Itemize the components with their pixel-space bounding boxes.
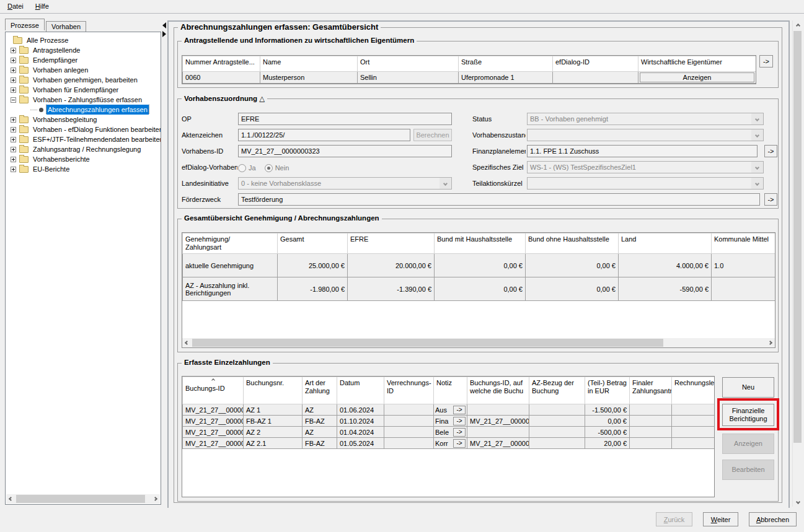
- cell-finaler: [630, 416, 672, 427]
- overview-row-auszahlung[interactable]: AZ - Auszahlung inkl. Berichtigungen -1.…: [183, 277, 775, 301]
- menu-item-datei[interactable]: Datei: [2, 0, 29, 12]
- col-header-sortable[interactable]: Datum: [337, 377, 384, 404]
- expand-plus-icon[interactable]: [11, 167, 16, 172]
- scrollbar-thumb[interactable]: [16, 495, 145, 503]
- foerderzweck-goto-button[interactable]: ->: [764, 193, 777, 206]
- next-button[interactable]: Weiter: [703, 512, 738, 526]
- applicants-table: Nummer Antragstelle... Name Ort Straße e…: [182, 55, 756, 84]
- col-header-sortable[interactable]: Verrechnungs-ID: [384, 377, 434, 404]
- teilaktionskuerzel-select[interactable]: [527, 177, 764, 190]
- col-header-sortable[interactable]: Rechnungsleg: [672, 377, 715, 404]
- vorhabenszustand-select[interactable]: [527, 129, 764, 141]
- anzeigen-button[interactable]: Anzeigen: [722, 434, 774, 454]
- cell-efre: 20.000,00 €: [348, 254, 435, 277]
- notiz-goto-button[interactable]: ->: [453, 417, 466, 425]
- bearbeiten-button[interactable]: Bearbeiten: [722, 460, 774, 480]
- applicant-row[interactable]: 0060 Musterperson Sellin Uferpromonade 1…: [183, 72, 756, 84]
- expand-plus-icon[interactable]: [11, 48, 16, 53]
- payment-row[interactable]: MV_21_27__000000 FB-AZ 1 FB-AZ 01.10.202…: [183, 416, 715, 427]
- expand-plus-icon[interactable]: [11, 137, 16, 142]
- expand-plus-icon[interactable]: [11, 127, 16, 133]
- col-header-sortable[interactable]: Buchungsnr.: [244, 377, 303, 404]
- splitter-handle[interactable]: [162, 22, 167, 47]
- col-header: Ort: [358, 56, 459, 72]
- expand-plus-icon[interactable]: [11, 68, 16, 73]
- col-header-sortable[interactable]: Buchungs-ID: [183, 377, 244, 404]
- tree-item-vorhaben-endempfaenger[interactable]: Vorhaben für Endempfänger: [6, 85, 161, 95]
- expand-plus-icon[interactable]: [11, 117, 16, 123]
- cell-zahlungsart: aktuelle Genehmigung: [183, 254, 278, 277]
- col-header-sortable[interactable]: (Teil-) Betrag in EUR: [585, 377, 630, 404]
- tree-item-vorhaben-anlegen[interactable]: Vorhaben anlegen: [6, 65, 161, 75]
- tree-item-zahlungsantrag[interactable]: Zahlungsantrag / Rechnungslegung: [6, 144, 161, 154]
- notiz-goto-button[interactable]: ->: [453, 439, 466, 448]
- finanzplanelement-goto-button[interactable]: ->: [764, 145, 777, 157]
- anzeigen-owners-button[interactable]: Anzeigen: [640, 72, 754, 82]
- collapse-left-icon[interactable]: [162, 22, 166, 28]
- radio-nein[interactable]: [265, 164, 273, 172]
- back-button[interactable]: Zurück: [656, 512, 692, 526]
- finanzielle-berichtigung-button[interactable]: Finanzielle Berichtigung: [722, 404, 774, 426]
- payment-row[interactable]: MV_21_27__000000 AZ 2 AZ 01.04.2024 Bele…: [183, 427, 715, 438]
- scroll-down-icon[interactable]: [793, 497, 803, 507]
- scroll-left-icon[interactable]: [182, 338, 192, 347]
- spezifisches-ziel-select[interactable]: WS-1 - (WS) TestSpezifischesZiel1: [527, 161, 764, 173]
- tree-item-vorhabensbegleitung[interactable]: Vorhabensbegleitung: [6, 115, 161, 124]
- expand-right-icon[interactable]: [162, 31, 166, 37]
- cell-az-bezug: [529, 427, 585, 438]
- vorhabens-id-field[interactable]: MV_21_27__0000000323: [238, 145, 452, 157]
- scroll-right-icon[interactable]: [766, 338, 775, 347]
- notiz-goto-button[interactable]: ->: [453, 406, 466, 414]
- landesinitiative-select[interactable]: 0 - keine Vorhabensklasse: [238, 177, 452, 190]
- scroll-left-icon[interactable]: [6, 494, 15, 504]
- radio-ja[interactable]: [238, 164, 246, 172]
- tree-item-endempfaenger[interactable]: Endempfänger: [6, 55, 161, 65]
- expand-plus-icon[interactable]: [11, 77, 16, 83]
- tree-item-antragstellende[interactable]: Antragstellende: [6, 45, 161, 55]
- tab-prozesse[interactable]: Prozesse: [5, 19, 45, 30]
- aktenzeichen-field[interactable]: 1.1./00122/25/: [238, 129, 410, 141]
- col-header-sortable[interactable]: AZ-Bezug der Buchung: [529, 377, 585, 404]
- cell-art: FB-AZ: [303, 438, 337, 449]
- neu-button[interactable]: Neu: [722, 377, 774, 398]
- payment-row[interactable]: MV_21_27__000000 AZ 2.1 FB-AZ 01.05.2024…: [183, 438, 715, 449]
- tree-item-alle-prozesse[interactable]: Alle Prozesse: [6, 35, 161, 45]
- tree-item-abrechnungszahlungen[interactable]: Abrechnungszahlungen erfassen: [6, 105, 161, 115]
- tree-item-esf-jtf-daten[interactable]: ESF+/JTF-Teilnehmendendaten bearbeiten: [6, 134, 161, 144]
- expand-plus-icon[interactable]: [11, 87, 16, 93]
- col-header-sortable[interactable]: Notiz: [434, 377, 467, 404]
- notiz-goto-button[interactable]: ->: [453, 428, 466, 437]
- scroll-up-icon[interactable]: [793, 20, 803, 30]
- expand-plus-icon[interactable]: [11, 157, 16, 162]
- menu-item-hilfe[interactable]: Hilfe: [30, 0, 54, 12]
- tree-item-label: Vorhabensbegleitung: [32, 115, 98, 124]
- tree-item-vorhaben-genehmigen[interactable]: Vorhaben genehmigen, bearbeiten: [6, 75, 161, 85]
- chevron-down-icon: [751, 162, 763, 173]
- col-header-sortable[interactable]: Art der Zahlung: [303, 377, 337, 404]
- tree-horizontal-scrollbar[interactable]: [6, 494, 160, 504]
- status-select[interactable]: BB - Vorhaben genehmigt: [527, 113, 764, 125]
- col-header-sortable[interactable]: Buchungs-ID, auf welche die Buchu: [467, 377, 529, 404]
- scrollbar-thumb[interactable]: [192, 339, 663, 347]
- applicants-goto-button[interactable]: ->: [759, 55, 773, 68]
- expand-plus-icon[interactable]: [11, 58, 16, 63]
- foerderzweck-field[interactable]: Testförderung: [238, 193, 760, 206]
- op-field[interactable]: EFRE: [238, 113, 452, 125]
- tree-item-zahlungsfluesse[interactable]: Vorhaben - Zahlungsflüsse erfassen: [6, 95, 161, 105]
- overview-horizontal-scrollbar[interactable]: [182, 338, 775, 347]
- tree-item-vorhabensberichte[interactable]: Vorhabensberichte: [6, 154, 161, 164]
- tab-vorhaben[interactable]: Vorhaben: [46, 21, 86, 32]
- finanzplanelement-field[interactable]: 1.1. FPE 1.1 Zuschuss: [527, 145, 758, 157]
- collapse-minus-icon[interactable]: [11, 97, 16, 103]
- main-vertical-scrollbar[interactable]: [792, 20, 802, 507]
- scroll-right-icon[interactable]: [151, 494, 160, 504]
- tree-item-efdialog-funktionen[interactable]: Vorhaben - efDialog Funktionen bearbeite…: [6, 124, 161, 134]
- payment-row[interactable]: MV_21_27__000000 AZ 1 AZ 01.06.2024 Aus-…: [183, 404, 715, 416]
- expand-plus-icon[interactable]: [11, 147, 16, 152]
- col-header-sortable[interactable]: Finaler Zahlungsantra: [630, 377, 672, 404]
- tree-item-eu-berichte[interactable]: EU-Berichte: [6, 164, 161, 174]
- cancel-button[interactable]: Abbrechen: [749, 512, 797, 526]
- berechnen-button[interactable]: Berechnen: [413, 129, 452, 141]
- scrollbar-thumb[interactable]: [793, 31, 802, 443]
- overview-row-genehmigung[interactable]: aktuelle Genehmigung 25.000,00 € 20.000,…: [183, 254, 775, 277]
